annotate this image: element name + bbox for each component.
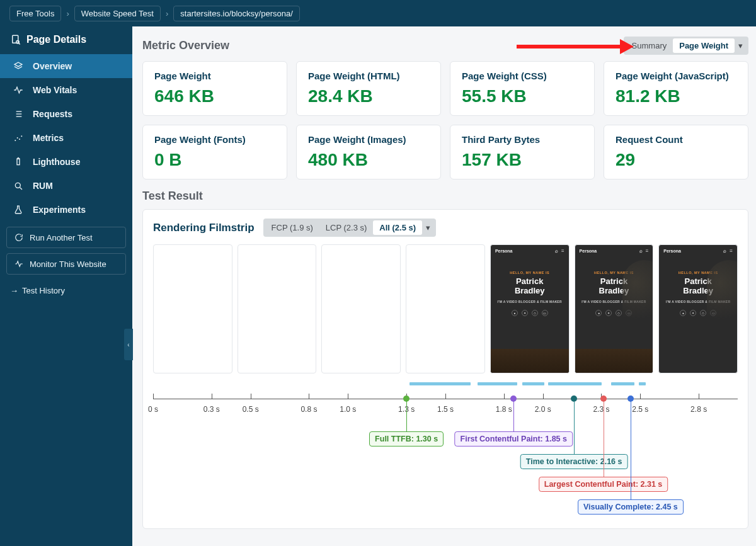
timeline-callout[interactable]: Largest Contentful Paint: 2.31 s — [539, 477, 668, 492]
menu-icon: ≡ — [730, 248, 733, 254]
run-another-test-button[interactable]: Run Another Test — [6, 227, 126, 248]
layers-icon — [13, 60, 24, 72]
chart-icon — [13, 132, 24, 144]
filmstrip-range-toggle[interactable]: FCP (1.9 s) LCP (2.3 s) All (2.5 s) ▾ — [263, 219, 437, 237]
sidebar-header: Page Details — [0, 26, 132, 54]
timeline-tick-label: 0 s — [148, 405, 158, 414]
breadcrumb-item[interactable]: startersites.io/blocksy/persona/ — [173, 6, 299, 21]
chevron-down-icon[interactable]: ▾ — [422, 223, 434, 232]
sidebar-item-label: Metrics — [33, 133, 64, 143]
toggle-fcp[interactable]: FCP (1.9 s) — [265, 220, 319, 235]
sidebar-item-requests[interactable]: Requests — [0, 102, 132, 126]
request-bar-segment — [548, 382, 602, 385]
svg-line-2 — [19, 43, 20, 44]
metric-card[interactable]: Page Weight (HTML)28.4 KB — [296, 61, 441, 116]
social-icon: ◇ — [616, 310, 622, 316]
filmstrip-frame[interactable]: Persona⌕≡HELLO, MY NAME ISPatrickBradley… — [490, 244, 570, 373]
social-icon: ● — [680, 310, 686, 316]
svg-point-13 — [21, 135, 22, 137]
social-icon: ▭ — [542, 310, 548, 316]
frame-header-icons: ⌕≡ — [723, 248, 733, 254]
filmstrip-frames: Persona⌕≡HELLO, MY NAME ISPatrickBradley… — [153, 244, 738, 373]
timeline-tick — [309, 394, 309, 399]
monitor-website-button[interactable]: Monitor This Website — [6, 253, 126, 275]
timeline-tick — [212, 394, 212, 399]
toggle-all[interactable]: All (2.5 s) — [373, 220, 422, 235]
chevron-right-icon: › — [166, 9, 168, 18]
test-history-link[interactable]: →Test History — [0, 280, 132, 302]
metric-card[interactable]: Page Weight (Fonts)0 B — [142, 125, 287, 179]
metric-label: Page Weight (JavaScript) — [616, 71, 736, 81]
frame-brand: Persona — [495, 249, 513, 253]
list-icon — [13, 108, 24, 120]
hero-name: PatrickBradley — [495, 277, 565, 296]
social-icon: ● — [512, 310, 518, 316]
filmstrip-frame[interactable] — [238, 244, 317, 373]
chevron-down-icon[interactable]: ▾ — [735, 41, 747, 50]
page-search-icon — [10, 34, 21, 45]
sidebar-item-label: Lighthouse — [33, 157, 80, 167]
filmstrip-frame[interactable]: Persona⌕≡HELLO, MY NAME ISPatrickBradley… — [658, 244, 738, 373]
timeline-marker-line — [604, 401, 604, 477]
metric-card[interactable]: Page Weight646 KB — [142, 61, 287, 116]
button-label: Monitor This Website — [30, 259, 106, 269]
section-title-metric-overview: Metric Overview — [142, 39, 229, 52]
sidebar-title: Page Details — [26, 34, 86, 45]
sidebar-item-overview[interactable]: Overview — [0, 54, 132, 78]
timeline-callout[interactable]: First Contentful Paint: 1.85 s — [455, 431, 573, 446]
flask-icon — [13, 204, 24, 215]
metric-card[interactable]: Page Weight (Images)480 KB — [296, 125, 441, 179]
toggle-page-weight[interactable]: Page Weight — [673, 38, 735, 53]
metric-view-toggle[interactable]: Summary Page Weight ▾ — [624, 37, 748, 55]
sidebar-collapse-handle[interactable]: ‹ — [124, 329, 133, 360]
frame-brand: Persona — [663, 249, 681, 253]
toggle-lcp[interactable]: LCP (2.3 s) — [319, 220, 374, 235]
sidebar-item-label: Requests — [33, 109, 72, 119]
metric-card[interactable]: Third Party Bytes157 KB — [450, 125, 595, 179]
filmstrip-frame[interactable] — [153, 244, 232, 373]
main-content: Metric Overview Summary Page Weight ▾ Pa… — [132, 26, 756, 546]
metric-card[interactable]: Request Count29 — [604, 125, 748, 179]
timeline-tick-label: 2.8 s — [690, 405, 707, 414]
request-bar-segment — [639, 382, 646, 385]
metric-value: 28.4 KB — [308, 86, 429, 106]
pulse-icon — [13, 258, 25, 270]
breadcrumb-item[interactable]: Free Tools — [9, 6, 61, 21]
filmstrip-frame[interactable] — [321, 244, 401, 373]
hero-subtitle: I'M A VIDEO BLOGGER & FILM MAKER — [495, 300, 565, 304]
social-icons: ●✦◇▭ — [495, 310, 565, 316]
timeline-tick — [348, 394, 348, 399]
metric-label: Third Party Bytes — [462, 134, 583, 145]
breadcrumb-item[interactable]: Website Speed Test — [74, 6, 161, 21]
sidebar-item-rum[interactable]: RUM — [0, 174, 132, 198]
social-icon: ✦ — [605, 310, 612, 316]
portrait-image — [707, 260, 738, 336]
svg-point-10 — [14, 140, 16, 141]
metric-value: 157 KB — [462, 150, 583, 170]
svg-rect-0 — [13, 35, 18, 43]
filmstrip-frame[interactable]: Persona⌕≡HELLO, MY NAME ISPatrickBradley… — [575, 244, 654, 373]
metric-label: Page Weight (Fonts) — [154, 134, 275, 145]
button-label: Run Another Test — [30, 233, 93, 242]
sidebar-item-label: RUM — [33, 181, 53, 191]
timeline-callout[interactable]: Time to Interactive: 2.16 s — [520, 454, 628, 469]
frame-header-icons: ⌕≡ — [639, 248, 649, 254]
social-icon: ● — [595, 310, 602, 316]
sidebar-item-label: Overview — [33, 61, 72, 71]
sidebar-item-experiments[interactable]: Experiments — [0, 198, 132, 222]
pulse-icon — [13, 84, 24, 96]
metric-card[interactable]: Page Weight (JavaScript)81.2 KB — [604, 61, 748, 116]
metric-value: 81.2 KB — [616, 86, 736, 106]
timeline-callout[interactable]: Visually Complete: 2.45 s — [578, 499, 684, 515]
sidebar-item-web-vitals[interactable]: Web Vitals — [0, 78, 132, 102]
sidebar-item-metrics[interactable]: Metrics — [0, 126, 132, 150]
timeline-callout[interactable]: Full TTFB: 1.30 s — [369, 431, 444, 446]
sidebar-item-label: Experiments — [33, 205, 86, 215]
metric-card[interactable]: Page Weight (CSS)55.5 KB — [450, 61, 595, 116]
timeline-tick-label: 0.5 s — [243, 405, 259, 414]
lighthouse-icon — [13, 156, 24, 168]
timeline-tick — [251, 394, 251, 399]
metric-label: Page Weight — [154, 71, 275, 81]
filmstrip-frame[interactable] — [406, 244, 485, 373]
sidebar-item-lighthouse[interactable]: Lighthouse — [0, 150, 132, 174]
